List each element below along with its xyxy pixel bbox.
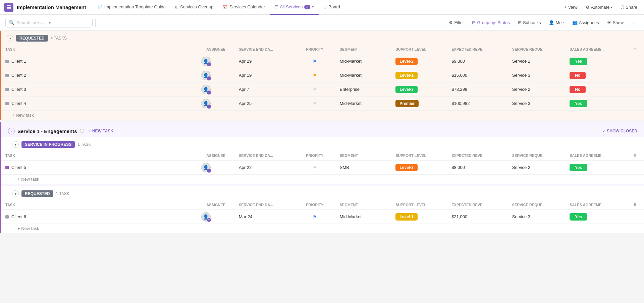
add-assignee-icon[interactable]: + [207,105,211,109]
list-icon: ☰ [274,5,278,9]
task-name[interactable]: Client 2 [11,73,26,78]
task-name[interactable]: Client 1 [11,59,26,64]
search-icon: 🔍 [9,20,14,25]
nav-right-actions: + View ⚙ Automate ▾ ⬡ Share [561,3,640,11]
add-assignee-icon[interactable]: + [207,90,211,95]
view-button[interactable]: + View [561,3,580,11]
support-cell: Level-2 [391,54,447,68]
tab-services-calendar[interactable]: 📅 Services Calendar [218,0,270,15]
task-name[interactable]: Client 4 [11,101,26,106]
share-button[interactable]: ⬡ Share [618,3,640,11]
rs1-col-service: SERVICE REQUE... [508,200,566,210]
collapse-service1[interactable]: ◦ [8,128,15,134]
top-nav: ☰ Implementation Management 📄 Implementa… [0,0,644,15]
priority-cell: ⚑ [294,210,336,224]
task-name[interactable]: Client 6 [11,214,26,219]
segment-cell: SMB [336,161,392,175]
rs1-col-revenue: EXPECTED REVE... [447,200,508,210]
collapse-sip[interactable]: ▾ [12,141,19,148]
tab-services-overlap[interactable]: ⊞ Services Overlap [170,0,218,15]
priority-flag: ⚑ [313,87,317,92]
add-assignee-icon[interactable]: + [207,76,211,80]
assignee-cell: 👤 + [197,68,235,82]
calendar-icon: 📅 [223,5,228,9]
sales-badge: No [570,72,586,79]
row-options-cell [625,210,644,224]
assignee-cell: 👤 + [197,54,235,68]
sip-add-link[interactable]: + New task [17,177,39,182]
add-col-icon[interactable]: ⊕ [633,47,636,51]
filter-button[interactable]: ⚙ Filter [445,18,467,27]
table-row: Client 6 👤 + Mar 24 ⚑ Mid-Market Level-1… [1,210,644,224]
req-s1-add-link[interactable]: + New task [17,226,39,231]
task-dot [5,166,9,169]
doc-icon: 📄 [98,5,103,9]
service-req-cell: Service 3 [508,97,566,111]
rs1-col-date: SERVICE END DA... [235,200,294,210]
service1-new-task[interactable]: + NEW TASK [87,128,115,134]
service1-info-icon[interactable]: ⓘ [80,128,84,134]
sales-cell: No [566,68,625,82]
me-button[interactable]: 👤 Me • [545,18,567,27]
requested-table-wrapper: TASK ASSIGNEE SERVICE END DA... PRIORITY… [1,44,644,111]
req-s1-header: ▾ REQUESTED 1 TASK [1,186,644,200]
show-button[interactable]: 👁 Show [604,18,627,27]
revenue-cell: $9,300 [447,54,508,68]
sip-table: TASK ASSIGNEE SERVICE END DA... PRIORITY… [1,150,644,175]
toolbar-actions: ⚙ Filter ⊞ Group by: Status ⊞ Subtasks 👤… [445,18,639,27]
toolbar-divider [95,19,96,27]
sales-badge: Yes [570,58,587,65]
sales-cell: Yes [566,161,625,175]
collapse-req-s1[interactable]: ▾ [12,190,19,197]
new-task-row: + New task [1,111,644,120]
priority-cell: ⚑ [294,161,336,175]
collapse-requested[interactable]: ▾ [7,35,13,42]
add-assignee-icon[interactable]: + [207,62,211,66]
sip-col-task: TASK [1,150,197,161]
subtasks-button[interactable]: ⊞ Subtasks [515,18,544,27]
automate-button[interactable]: ⚙ Automate ▾ [583,3,615,11]
show-closed-button[interactable]: ✓ SHOW CLOSED [602,129,637,133]
segment-cell: Mid-Market [336,68,392,82]
avatar: 👤 + [201,212,211,222]
tab-impl-template[interactable]: 📄 Implementation Template Guide [93,0,170,15]
sip-col-date: SERVICE END DA... [235,150,294,161]
avatar: 👤 + [201,163,211,172]
tab-board[interactable]: ⊞ Board [319,0,345,15]
col-header-segment: SEGMENT [336,44,392,54]
sip-header-row: TASK ASSIGNEE SERVICE END DA... PRIORITY… [1,150,644,161]
task-name[interactable]: Client 5 [11,165,26,170]
revenue-cell: $73,299 [447,82,508,97]
filter-icon: ⚙ [449,20,453,25]
avatar: 👤 + [201,99,211,108]
priority-flag: ⚑ [313,214,317,220]
col-header-sales: SALES AGREEME... [566,44,625,54]
requested-header: ▾ REQUESTED 4 TASKS [1,31,644,44]
sip-table-wrapper: TASK ASSIGNEE SERVICE END DA... PRIORITY… [1,150,644,175]
service1-group: ◦ Service 1 - Engagements ⓘ + NEW TASK ✓… [0,122,644,233]
add-task-link[interactable]: + New task [12,113,34,118]
service-req-cell: Service 3 [508,210,566,224]
add-assignee-icon[interactable]: + [207,218,211,222]
segment-cell: Enterprise [336,82,392,97]
group-by-button[interactable]: ⊞ Group by: Status [469,18,513,27]
more-button[interactable]: ··· [628,18,639,27]
assignees-icon: 👥 [572,20,578,25]
sip-add-icon[interactable]: ⊕ [633,153,636,157]
search-box[interactable]: 🔍 Search tasks... ▾ [5,18,93,27]
assignees-button[interactable]: 👥 Assignees [569,18,602,27]
col-header-add: ⊕ [625,44,644,54]
overlap-icon: ⊞ [175,5,178,9]
task-name[interactable]: Client 3 [11,87,26,92]
app-title: Implementation Management [17,4,86,10]
col-header-revenue: EXPECTED REVE... [447,44,508,54]
requested-s1-subsection: ▾ REQUESTED 1 TASK TASK ASSIGNEE SERVICE… [1,186,644,233]
rs1-add-icon[interactable]: ⊕ [633,202,636,206]
add-assignee-icon[interactable]: + [207,169,211,173]
tab-all-services[interactable]: ☰ All Services 3 ▾ [270,0,319,15]
col-header-priority: PRIORITY [294,44,336,54]
col-header-date: SERVICE END DA... [235,44,294,54]
service1-header: ◦ Service 1 - Engagements ⓘ + NEW TASK ✓… [1,122,644,137]
segment-cell: Mid-Market [336,54,392,68]
task-name-cell: Client 2 [1,68,197,82]
